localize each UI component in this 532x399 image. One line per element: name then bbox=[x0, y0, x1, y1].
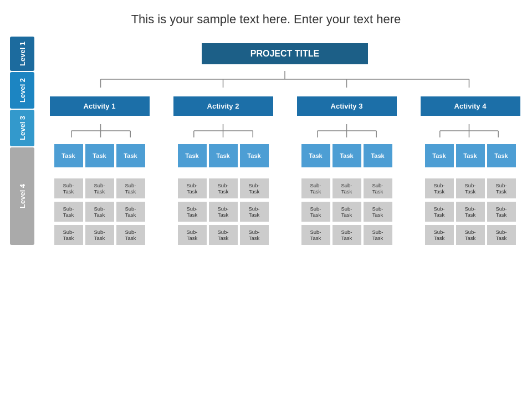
subtask-4-2-1[interactable]: Sub-Task bbox=[456, 178, 485, 198]
subtask-2-2-1[interactable]: Sub-Task bbox=[209, 178, 238, 198]
subtask-col-3-2: Sub-Task Sub-Task Sub-Task bbox=[332, 178, 361, 245]
activity3-col: Activity 3 bbox=[285, 96, 408, 116]
level1-label: Level 1 bbox=[10, 37, 34, 71]
subtask-2-3-1[interactable]: Sub-Task bbox=[240, 178, 269, 198]
subtask-1-1-3[interactable]: Sub-Task bbox=[54, 225, 83, 245]
activity4-box[interactable]: Activity 4 bbox=[421, 96, 520, 116]
subtask-1-3-3[interactable]: Sub-Task bbox=[116, 225, 145, 245]
subtask-3-1-2[interactable]: Sub-Task bbox=[301, 202, 330, 222]
subtask-col-3-3: Sub-Task Sub-Task Sub-Task bbox=[364, 178, 392, 245]
subtask-col-2-2: Sub-Task Sub-Task Sub-Task bbox=[209, 178, 238, 245]
task-2-2[interactable]: Task bbox=[209, 144, 238, 167]
subtask-4-3-2[interactable]: Sub-Task bbox=[487, 202, 516, 222]
subtask-3-2-3[interactable]: Sub-Task bbox=[332, 225, 361, 245]
subtask-2-1-3[interactable]: Sub-Task bbox=[178, 225, 207, 245]
task-3-2[interactable]: Task bbox=[332, 144, 361, 167]
chart-area: PROJECT TITLE Activi bbox=[38, 37, 532, 245]
subtask-1-3-1[interactable]: Sub-Task bbox=[116, 178, 145, 198]
task-4-1[interactable]: Task bbox=[425, 144, 454, 167]
subtask-3-1-3[interactable]: Sub-Task bbox=[301, 225, 330, 245]
activity1-col: Activity 1 bbox=[38, 96, 161, 116]
activity3-box[interactable]: Activity 3 bbox=[297, 96, 397, 116]
subtask-col-4-1: Sub-Task Sub-Task Sub-Task bbox=[425, 178, 454, 245]
subtask-4-1-2[interactable]: Sub-Task bbox=[425, 202, 454, 222]
subtask-col-1-2: Sub-Task Sub-Task Sub-Task bbox=[85, 178, 114, 245]
task-3-3[interactable]: Task bbox=[364, 144, 392, 167]
task-4-2[interactable]: Task bbox=[456, 144, 485, 167]
level2-row: Activity 1 Activity 2 Activity 3 Activit… bbox=[38, 88, 532, 124]
subtask-col-1-3: Sub-Task Sub-Task Sub-Task bbox=[116, 178, 145, 245]
subtask-4-3-3[interactable]: Sub-Task bbox=[487, 225, 516, 245]
task-group-1: Task Task Task bbox=[38, 144, 161, 167]
subtask-1-3-2[interactable]: Sub-Task bbox=[116, 202, 145, 222]
subtask-group-2: Sub-Task Sub-Task Sub-Task Sub-Task Sub-… bbox=[161, 174, 285, 245]
subtask-1-1-2[interactable]: Sub-Task bbox=[54, 202, 83, 222]
subtask-4-1-1[interactable]: Sub-Task bbox=[425, 178, 454, 198]
l2-connector bbox=[38, 124, 532, 137]
subtask-col-4-3: Sub-Task Sub-Task Sub-Task bbox=[487, 178, 516, 245]
subtask-4-2-2[interactable]: Sub-Task bbox=[456, 202, 485, 222]
activity4-col: Activity 4 bbox=[408, 96, 532, 116]
subtask-col-2-1: Sub-Task Sub-Task Sub-Task bbox=[178, 178, 207, 245]
subtask-col-2-3: Sub-Task Sub-Task Sub-Task bbox=[240, 178, 269, 245]
task-group-3: Task Task Task bbox=[285, 144, 408, 167]
level2-label: Level 2 bbox=[10, 72, 34, 109]
subtask-1-1-1[interactable]: Sub-Task bbox=[54, 178, 83, 198]
l2-connector-svg bbox=[38, 124, 532, 137]
subtask-2-2-2[interactable]: Sub-Task bbox=[209, 202, 238, 222]
level3-row: Task Task Task Task Task Task Task Task … bbox=[38, 137, 532, 174]
subtask-2-3-2[interactable]: Sub-Task bbox=[240, 202, 269, 222]
l1-connector bbox=[38, 71, 532, 88]
subtask-2-3-3[interactable]: Sub-Task bbox=[240, 225, 269, 245]
level4-section: Sub-Task Sub-Task Sub-Task Sub-Task Sub-… bbox=[38, 174, 532, 245]
task-3-1[interactable]: Task bbox=[301, 144, 330, 167]
activity2-col: Activity 2 bbox=[161, 96, 285, 116]
task-2-1[interactable]: Task bbox=[178, 144, 207, 167]
task-2-3[interactable]: Task bbox=[240, 144, 269, 167]
task-4-3[interactable]: Task bbox=[487, 144, 516, 167]
subtask-group-3: Sub-Task Sub-Task Sub-Task Sub-Task Sub-… bbox=[285, 174, 408, 245]
subtask-3-3-2[interactable]: Sub-Task bbox=[364, 202, 392, 222]
subtask-2-1-1[interactable]: Sub-Task bbox=[178, 178, 207, 198]
level-labels: Level 1 Level 2 Level 3 Level 4 bbox=[10, 37, 34, 245]
subtask-3-3-1[interactable]: Sub-Task bbox=[364, 178, 392, 198]
project-title-box[interactable]: PROJECT TITLE bbox=[202, 43, 368, 64]
task-1-1[interactable]: Task bbox=[54, 144, 83, 167]
activity2-box[interactable]: Activity 2 bbox=[173, 96, 273, 116]
activity1-box[interactable]: Activity 1 bbox=[50, 96, 150, 116]
level4-label: Level 4 bbox=[10, 147, 34, 245]
task-1-2[interactable]: Task bbox=[85, 144, 114, 167]
page-container: This is your sample text here. Enter you… bbox=[0, 0, 532, 245]
header-text: This is your sample text here. Enter you… bbox=[0, 0, 532, 32]
subtask-group-4: Sub-Task Sub-Task Sub-Task Sub-Task Sub-… bbox=[408, 174, 532, 245]
subtask-4-2-3[interactable]: Sub-Task bbox=[456, 225, 485, 245]
task-group-2: Task Task Task bbox=[161, 144, 285, 167]
level1-row: PROJECT TITLE bbox=[38, 37, 532, 71]
subtask-4-3-1[interactable]: Sub-Task bbox=[487, 178, 516, 198]
task-1-3[interactable]: Task bbox=[116, 144, 145, 167]
level3-label: Level 3 bbox=[10, 110, 34, 146]
subtask-1-2-1[interactable]: Sub-Task bbox=[85, 178, 114, 198]
subtask-1-2-2[interactable]: Sub-Task bbox=[85, 202, 114, 222]
subtask-col-1-1: Sub-Task Sub-Task Sub-Task bbox=[54, 178, 83, 245]
subtask-col-4-2: Sub-Task Sub-Task Sub-Task bbox=[456, 178, 485, 245]
subtask-3-3-3[interactable]: Sub-Task bbox=[364, 225, 392, 245]
l1-connector-svg bbox=[38, 71, 532, 88]
subtask-3-1-1[interactable]: Sub-Task bbox=[301, 178, 330, 198]
subtask-3-2-1[interactable]: Sub-Task bbox=[332, 178, 361, 198]
subtask-col-3-1: Sub-Task Sub-Task Sub-Task bbox=[301, 178, 330, 245]
subtask-2-1-2[interactable]: Sub-Task bbox=[178, 202, 207, 222]
subtask-1-2-3[interactable]: Sub-Task bbox=[85, 225, 114, 245]
task-group-4: Task Task Task bbox=[408, 144, 532, 167]
subtask-3-2-2[interactable]: Sub-Task bbox=[332, 202, 361, 222]
subtask-4-1-3[interactable]: Sub-Task bbox=[425, 225, 454, 245]
subtask-2-2-3[interactable]: Sub-Task bbox=[209, 225, 238, 245]
main-container: Level 1 Level 2 Level 3 Level 4 PROJECT … bbox=[10, 37, 532, 245]
subtask-group-1: Sub-Task Sub-Task Sub-Task Sub-Task Sub-… bbox=[38, 174, 161, 245]
